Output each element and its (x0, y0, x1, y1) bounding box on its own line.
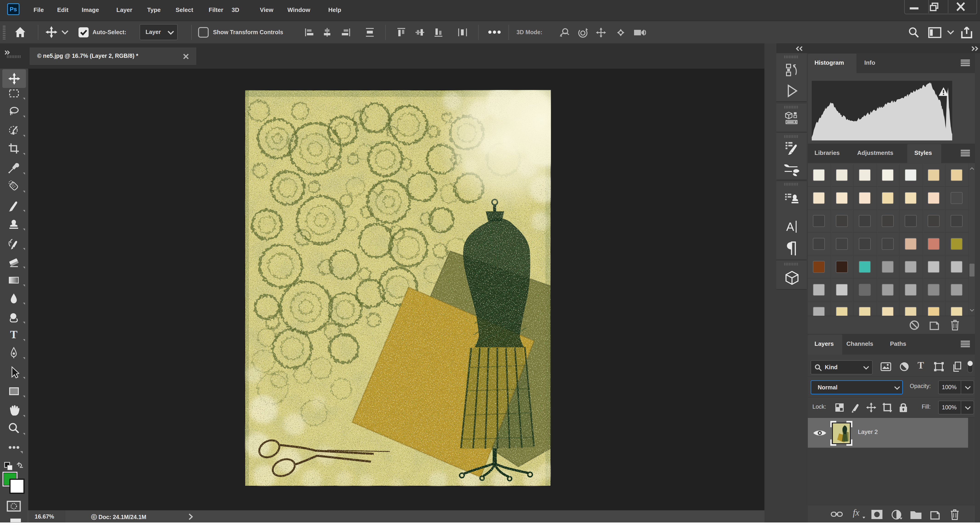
svg-text:T: T (10, 328, 18, 341)
svg-text:A: A (786, 220, 794, 233)
svg-text:Ps: Ps (10, 6, 17, 13)
